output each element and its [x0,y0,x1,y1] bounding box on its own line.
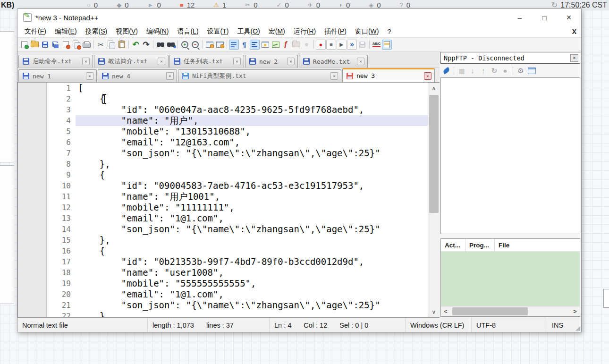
settings-icon[interactable]: ⚙ [516,66,525,76]
menu-item[interactable]: 工具(O) [233,26,264,37]
user-panel-icon[interactable] [260,40,270,50]
print-icon[interactable] [82,40,92,50]
insert-mode-status[interactable]: INS [547,318,571,332]
disconnect-icon[interactable]: ▦ [457,66,466,76]
tab-readme-txt[interactable]: ReadMe.txt✕ [299,55,368,68]
minimize-button[interactable]: – [507,9,532,26]
code-lines[interactable]: 1[2 {3 "id": "060e047a-aac8-4235-9625-5f… [47,83,428,317]
code-line[interactable]: 20 "email": "1@1.com", [76,289,428,300]
column-header-action[interactable]: Act... [441,239,465,251]
code-line[interactable]: 5 "mobile": "13015310688", [76,126,428,137]
editor[interactable]: 1[2 {3 "id": "060e047a-aac8-4235-9625-5f… [17,82,440,318]
refresh-icon[interactable]: ↻ [490,66,499,76]
tab-启动命令-txt[interactable]: 启动命令.txt✕ [18,55,93,68]
menu-item[interactable]: 编辑(E) [51,26,81,37]
redo-icon[interactable]: ↷ [141,40,151,50]
tab-new-3[interactable]: new 3✕ [342,68,435,82]
show-messages-icon[interactable] [527,66,536,76]
close-tab-icon[interactable]: ✕ [287,58,295,65]
code-line[interactable]: 16 { [76,245,428,256]
close-tab-icon[interactable]: ✕ [82,58,90,65]
dialog-close-button[interactable]: X [572,28,576,35]
close-tab-icon[interactable]: ✕ [357,58,364,65]
titlebar[interactable]: ✎ *new 3 - Notepad++ – □ × [17,9,581,26]
save-icon[interactable] [40,40,50,50]
code-line[interactable]: 13 "email": "1@1.com", [76,213,428,224]
download-icon[interactable]: ↓ [468,66,477,76]
menu-item[interactable]: 窗口(W) [351,26,383,37]
indent-guide-icon[interactable] [250,40,260,50]
code-line[interactable]: 4 "name": "用户", [76,115,428,126]
nppftp-file-tree[interactable] [440,77,580,234]
maximize-button[interactable]: □ [532,9,557,26]
menu-item[interactable]: 编码(N) [142,26,173,37]
menu-item[interactable]: 语言(L) [173,26,203,37]
code-line[interactable]: 14 "son_json": "{\"name\":\"zhangsan\",\… [76,224,428,235]
paste-icon[interactable] [117,40,127,50]
undo-icon[interactable]: ↶ [131,40,141,50]
close-tab-icon[interactable]: ✕ [86,72,93,80]
open-icon[interactable] [30,40,40,50]
hscrollbar-thumb[interactable] [452,307,528,315]
restore-position-2-icon[interactable] [215,40,225,50]
restore-position-icon[interactable] [204,40,214,50]
copy-icon[interactable] [106,40,116,50]
find-icon[interactable] [155,40,165,50]
code-line[interactable]: 1[ [76,83,428,93]
find-replace-icon[interactable] [166,40,176,50]
code-area[interactable]: 1[2 {3 "id": "060e047a-aac8-4235-9625-5f… [47,83,428,317]
tab-教法简介-txt[interactable]: 教法简介.txt✕ [94,55,169,68]
macro-stop-icon[interactable]: ■ [326,40,336,50]
menu-item[interactable]: 文件(F) [20,26,51,37]
scroll-down-icon[interactable]: ∨ [428,307,440,317]
menu-item[interactable]: 宏(M) [264,26,289,37]
column-header-progress[interactable]: Prog... [465,239,495,251]
close-tab-icon[interactable]: ✕ [330,72,338,80]
code-line[interactable]: 17 "id": "0b21353b-99f7-4bd7-89f0-b3ccd0… [76,256,428,267]
menu-item[interactable]: 设置(T) [203,26,233,37]
code-line[interactable]: 8 }, [76,159,428,169]
code-line[interactable]: 22 } [76,311,428,317]
hscrollbar-track[interactable] [450,306,570,316]
connect-icon[interactable] [441,66,451,76]
save-all-icon[interactable] [51,40,60,50]
scroll-left-icon[interactable]: < [441,308,450,315]
scroll-up-icon[interactable]: ∧ [428,83,440,93]
menu-item[interactable]: ? [383,27,395,36]
new-file-icon[interactable] [19,40,29,50]
code-line[interactable]: 3 "id": "060e047a-aac8-4235-9625-5fd9f76… [76,104,428,115]
nppftp-close-icon[interactable]: × [570,54,578,62]
zoom-out-icon[interactable]: – [190,40,200,50]
eol-format-status[interactable]: Windows (CR LF) [406,318,472,332]
macro-run-multiple-icon[interactable]: » [347,40,357,50]
column-header-file[interactable]: File [495,239,580,251]
code-line[interactable]: 10 "id": "09004583-7aeb-4716-ac53-e3c191… [76,180,428,191]
code-line[interactable]: 12 "mobile": "11111111", [76,202,428,213]
close-all-icon[interactable] [71,40,81,50]
macro-record-icon[interactable]: ● [316,40,326,50]
function-list-icon[interactable]: ƒ [281,40,291,50]
code-line[interactable]: 21 "son_json": "{\"name\":\"zhangsan\",\… [76,300,428,311]
macro-save-icon[interactable] [357,40,367,50]
scrollbar-track[interactable] [428,93,440,307]
close-tab-icon[interactable]: ✕ [424,72,431,80]
vertical-scrollbar[interactable]: ∧ ∨ [428,83,440,317]
abort-icon[interactable]: ● [500,66,510,76]
menu-item[interactable]: 运行(R) [289,26,320,37]
document-map-icon[interactable] [382,40,392,50]
encoding-status[interactable]: UTF-8 [472,318,547,332]
show-all-characters-icon[interactable]: ¶ [239,40,249,50]
code-line[interactable]: 7 "son_json": "{\"name\":\"zhangsan\",\"… [76,148,428,159]
upload-icon[interactable]: ↑ [479,66,488,76]
scrollbar-thumb[interactable] [429,95,439,213]
spell-check-icon[interactable]: ABC [372,40,381,50]
code-line[interactable]: 2 { [76,93,428,104]
zoom-in-icon[interactable]: + [180,40,190,50]
code-line[interactable]: 6 "email": "12@163.com", [76,137,428,148]
tab-任务列表-txt[interactable]: 任务列表.txt✕ [169,55,244,68]
code-line[interactable]: 11 "name": "用户1001", [76,191,428,202]
menu-item[interactable]: 插件(P) [320,26,351,37]
close-tab-icon[interactable]: ✕ [166,72,174,80]
code-line[interactable]: 19 "mobile": "555555555555", [76,278,428,289]
menu-item[interactable]: 视图(V) [111,26,142,37]
